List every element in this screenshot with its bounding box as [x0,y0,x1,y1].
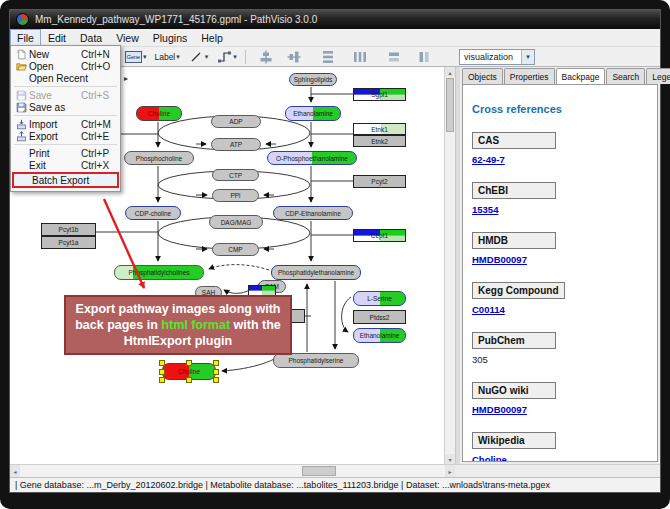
pathway-node-pcyt2[interactable]: Pcyt2 [353,175,406,188]
horizontal-scroll-thumb[interactable] [302,466,336,476]
menubar-item-view[interactable]: View [109,29,146,46]
menu-item-shortcut: Ctrl+N [81,49,117,60]
pathway-node-cdp-ethanolamine[interactable]: CDP-Ethanolamine [273,206,353,220]
chevron-down-icon[interactable]: ▾ [205,53,209,61]
tab-properties[interactable]: Properties [504,68,555,84]
scroll-left-icon[interactable]: ◂ [10,465,20,477]
tab-search[interactable]: Search [606,68,645,84]
pathway-node-ptdss2[interactable]: Ptdss2 [353,310,406,324]
file-menu-dropdown: NewCtrl+NOpenCtrl+OOpen Recent▸SaveCtrl+… [10,45,121,192]
pathway-node-sphingolipids[interactable]: Sphingolipids [289,73,337,86]
visualization-combobox[interactable]: visualization ▾ [459,49,535,65]
selection-handle[interactable] [159,369,165,375]
distribute-horizontal-icon[interactable] [352,49,368,65]
crossref-link[interactable]: Choline [472,454,648,462]
scroll-up-icon[interactable]: ▴ [445,67,455,77]
pathway-node-ethanolamine-top[interactable]: Ethanolamine [285,106,341,121]
pathway-node-adp[interactable]: ADP [211,115,261,128]
selection-handle[interactable] [186,360,192,366]
chevron-down-icon[interactable]: ▾ [143,53,147,61]
pathway-node-ethanolamine-bottom[interactable]: Ethanolamine [353,328,406,343]
pathway-node-phosphatidylserine[interactable]: Phosphatidylserine [273,353,359,368]
file-menu-item-exit[interactable]: ExitCtrl+X [11,159,120,171]
crossref-link[interactable]: HMDB00097 [472,404,648,415]
menubar-item-data[interactable]: Data [73,29,109,46]
crossref-value: 305 [472,354,648,365]
file-menu-item-new[interactable]: NewCtrl+N [11,48,120,60]
line-tool-button[interactable]: ▾ [186,49,211,65]
menu-separator [14,115,117,116]
file-menu-item-open[interactable]: OpenCtrl+O [11,60,120,72]
common-width-icon[interactable] [386,49,402,65]
pathvisio-app-icon [16,13,29,26]
canvas-vertical-scrollbar[interactable]: ▴ ▾ [444,67,455,464]
selection-handle[interactable] [159,360,165,366]
menu-item-label: Batch Export [32,175,89,186]
pathway-node-phosphatidylethanolamine[interactable]: Phosphatidylethanolamine [271,265,361,280]
pathway-node-etnk1[interactable]: Etnk1 [353,123,406,135]
pathway-node-sgpl1[interactable]: Sgpl1 [353,88,406,101]
align-center-icon[interactable] [258,49,274,65]
selection-handle[interactable] [213,377,219,383]
selection-handle[interactable] [159,377,165,383]
pathway-node-pcyt1a[interactable]: Pcyt1a [41,236,96,249]
scroll-right-icon[interactable]: ▸ [445,465,455,477]
crossref-source-header: ChEBI [472,182,556,199]
pathway-node-ppi[interactable]: PPi [212,189,259,202]
crossref-link[interactable]: HMDB00097 [472,254,648,265]
crossref-link[interactable]: 62-49-7 [472,154,648,165]
file-menu-item-import[interactable]: ImportCtrl+M [11,118,120,130]
scroll-down-icon[interactable]: ▾ [445,454,455,464]
pathway-node-ctp[interactable]: CTP [212,169,259,181]
connector-tool-button[interactable]: ▾ [214,49,239,65]
pathway-node-pcyt1b[interactable]: Pcyt1b [41,223,96,236]
menu-separator [14,144,117,145]
pathway-node-phosphatidylcholines[interactable]: Phosphatidylcholines [114,265,204,280]
pathway-node-atp[interactable]: ATP [211,138,261,151]
tab-backpage[interactable]: Backpage [556,68,606,84]
file-menu-item-batch-export[interactable]: Batch Export [12,172,119,188]
window-titlebar[interactable]: Mm_Kennedy_pathway_WP1771_45176.gpml - P… [10,10,660,29]
crossref-link[interactable]: C00114 [472,304,648,315]
file-menu-item-export[interactable]: ExportCtrl+E [11,130,120,142]
selection-handle[interactable] [213,369,219,375]
pathway-node-etnk2[interactable]: Etnk2 [353,135,406,147]
crossref-link[interactable]: 15354 [472,204,648,215]
new-file-icon [13,48,29,60]
selection-handle[interactable] [213,360,219,366]
label-tool-button[interactable]: Label ▾ [152,49,181,65]
menubar-item-plugins[interactable]: Plugins [146,29,194,46]
import-icon [13,118,29,130]
pathway-node-o-phosphoethanolamine[interactable]: O-Phosphoethanolamine [267,151,357,165]
file-menu-item-save[interactable]: SaveCtrl+S [11,89,120,101]
menu-item-label: Export [29,131,81,142]
file-menu-item-open-recent[interactable]: Open Recent▸ [11,72,120,84]
save-as-icon [13,101,29,113]
selection-handle[interactable] [186,377,192,383]
crossref-source-header: Kegg Compound [472,282,565,299]
pathway-node-cdp-choline[interactable]: CDP-choline [125,206,181,220]
pathway-node-dag-mag[interactable]: DAG/MAG [209,215,263,229]
chevron-down-icon[interactable]: ▾ [176,53,180,61]
chevron-down-icon[interactable]: ▾ [233,53,237,61]
menubar-item-help[interactable]: Help [194,29,230,46]
file-menu-item-save-as[interactable]: Save as [11,101,120,113]
distribute-vertical-icon[interactable] [320,49,336,65]
tab-legend[interactable]: Legend [646,68,670,84]
pathway-node-cmp[interactable]: CMP [212,243,259,256]
chevron-down-icon[interactable]: ▾ [521,50,534,64]
pathway-node-phosphocholine[interactable]: Phosphocholine [124,151,194,165]
crossref-section-chebi: ChEBI15354 [472,180,648,215]
align-middle-icon[interactable] [286,49,302,65]
file-menu-item-print[interactable]: PrintCtrl+P [11,147,120,159]
menubar-item-edit[interactable]: Edit [41,29,73,46]
pathway-node-l-serine[interactable]: L-Serine [353,291,406,306]
common-height-icon[interactable] [416,49,432,65]
tab-objects[interactable]: Objects [462,68,503,84]
canvas-horizontal-scrollbar[interactable]: ◂ ▸ [10,465,455,477]
pathway-node-choline-top[interactable]: Choline [136,106,182,121]
menubar-item-file[interactable]: File [10,29,41,46]
pathway-node-cept1[interactable]: Cept1 [353,229,406,242]
vertical-scroll-thumb[interactable] [446,78,454,132]
datanode-tool-button[interactable]: Gene ▾ [123,49,149,65]
